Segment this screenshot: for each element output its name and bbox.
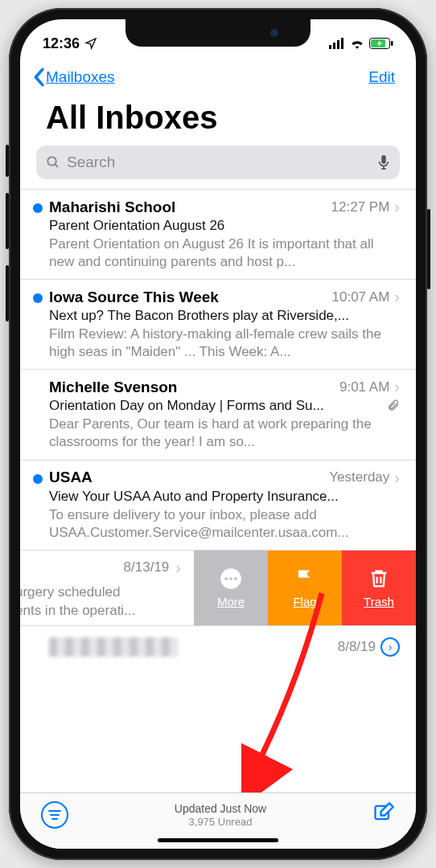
back-label: Mailboxes	[46, 68, 115, 86]
preview: Dear Parents, Our team is hard at work p…	[49, 414, 400, 451]
inbox-list[interactable]: Maharishi School 12:27 PM› Parent Orient…	[20, 182, 416, 792]
home-indicator[interactable]	[158, 838, 278, 842]
svg-rect-9	[381, 155, 385, 164]
sender: Iowa Source This Week	[49, 289, 219, 306]
sender: Michelle Svenson	[49, 379, 177, 396]
svg-point-15	[234, 577, 237, 580]
svg-point-14	[229, 577, 232, 580]
chevron-left-icon	[31, 68, 46, 87]
svg-line-8	[55, 164, 58, 167]
unread-dot	[33, 203, 43, 213]
compose-button[interactable]	[372, 801, 395, 827]
preview: To ensure delivery to your inbox, please…	[49, 505, 400, 542]
chevron-right-icon: ›	[175, 559, 181, 577]
preview: Film Review: A history-making all-female…	[49, 324, 400, 361]
svg-point-13	[224, 577, 228, 580]
sender: USAA	[49, 469, 93, 486]
search-placeholder: Search	[67, 154, 371, 171]
filter-button[interactable]	[41, 801, 68, 829]
search-field[interactable]: Search	[36, 145, 400, 179]
back-button[interactable]: Mailboxes	[31, 68, 115, 87]
more-icon	[220, 567, 242, 590]
search-icon	[46, 155, 60, 170]
subject: Orientation Day on Monday | Forms and Su…	[49, 396, 380, 414]
email-row[interactable]: Maharishi School 12:27 PM› Parent Orient…	[20, 189, 416, 279]
email-row[interactable]: USAA Yesterday› View Your USAA Auto and …	[20, 460, 416, 550]
wifi-icon	[350, 38, 364, 49]
unread-count: 3,975 Unread	[68, 816, 372, 829]
compose-icon	[372, 801, 395, 824]
sync-status: Updated Just Now	[68, 801, 372, 816]
filter-icon	[47, 809, 62, 821]
cell-signal-icon	[329, 38, 345, 49]
svg-rect-1	[333, 43, 335, 49]
email-row-swiped[interactable]: 8/13/19› urgery scheduled ents in the op…	[20, 550, 416, 625]
svg-rect-5	[391, 41, 393, 46]
attachment-icon	[387, 398, 400, 412]
subject: Parent Orientation August 26	[49, 216, 400, 234]
unread-dot	[33, 474, 43, 484]
trash-action[interactable]: Trash	[342, 551, 416, 625]
page-title: All Inboxes	[20, 92, 416, 145]
edit-button[interactable]: Edit	[368, 68, 395, 86]
location-icon	[84, 37, 97, 50]
svg-rect-3	[341, 38, 343, 49]
email-row[interactable]: 8/8/19 ›	[20, 625, 416, 669]
email-row[interactable]: Michelle Svenson 9:01 AM› Orientation Da…	[20, 369, 416, 459]
chevron-right-icon: ›	[394, 378, 400, 396]
trash-label: Trash	[364, 595, 394, 608]
flag-icon	[294, 567, 316, 590]
flag-action[interactable]: Flag	[268, 551, 342, 625]
email-time: 10:07 AM	[332, 289, 390, 305]
sender: Maharishi School	[49, 199, 175, 216]
flag-label: Flag	[293, 595, 316, 608]
thread-detail-icon[interactable]: ›	[380, 637, 400, 657]
email-time: Yesterday	[329, 469, 389, 485]
dictation-icon[interactable]	[377, 154, 390, 170]
email-time: 8/13/19	[124, 559, 170, 575]
subject: View Your USAA Auto and Property Insuran…	[49, 487, 400, 505]
preview: Parent Orientation on August 26 It is im…	[49, 234, 400, 271]
unread-dot	[33, 293, 43, 303]
email-time: 8/8/19	[338, 639, 376, 655]
email-row[interactable]: Iowa Source This Week 10:07 AM› Next up?…	[20, 279, 416, 369]
chevron-right-icon: ›	[394, 288, 400, 306]
status-time: 12:36	[43, 35, 80, 52]
email-time: 12:27 PM	[331, 199, 390, 215]
more-action[interactable]: More	[194, 551, 268, 625]
subject: Next up? The Bacon Brothers play at Rive…	[49, 306, 400, 324]
email-time: 9:01 AM	[339, 379, 389, 395]
chevron-right-icon: ›	[394, 469, 400, 487]
trash-icon	[368, 567, 390, 590]
preview: urgery scheduled	[20, 583, 186, 602]
more-label: More	[217, 595, 245, 608]
svg-rect-2	[337, 40, 339, 49]
redacted-sender	[49, 637, 178, 657]
svg-point-7	[47, 157, 56, 166]
svg-rect-0	[329, 45, 331, 49]
chevron-right-icon: ›	[394, 198, 400, 216]
preview: ents in the operati...	[20, 602, 186, 620]
battery-charging-icon	[369, 38, 393, 49]
